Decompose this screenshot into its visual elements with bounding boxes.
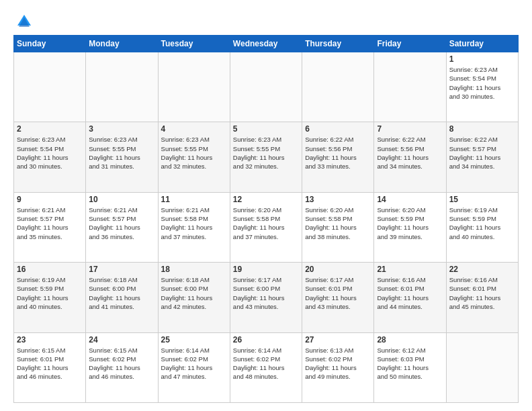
day-number: 18 [161, 265, 227, 274]
day-info: Sunrise: 6:20 AMSunset: 5:59 PMDaylight:… [377, 205, 443, 241]
day-number: 27 [305, 335, 371, 345]
calendar-cell: 14Sunrise: 6:20 AMSunset: 5:59 PMDayligh… [374, 192, 446, 262]
logo [13, 11, 34, 30]
day-info: Sunrise: 6:22 AMSunset: 5:57 PMDaylight:… [449, 135, 515, 171]
day-info: Sunrise: 6:17 AMSunset: 6:01 PMDaylight:… [305, 275, 371, 311]
calendar-cell: 26Sunrise: 6:14 AMSunset: 6:02 PMDayligh… [230, 332, 302, 402]
day-info: Sunrise: 6:23 AMSunset: 5:55 PMDaylight:… [233, 135, 299, 171]
calendar-header-saturday: Saturday [446, 36, 518, 52]
calendar-cell: 13Sunrise: 6:20 AMSunset: 5:58 PMDayligh… [302, 192, 374, 262]
day-number: 2 [17, 124, 83, 134]
day-number: 28 [377, 335, 443, 345]
day-info: Sunrise: 6:17 AMSunset: 6:00 PMDaylight:… [233, 275, 299, 311]
day-number: 23 [17, 335, 83, 345]
calendar-week-2: 9Sunrise: 6:21 AMSunset: 5:57 PMDaylight… [14, 192, 519, 262]
day-number: 24 [89, 335, 154, 345]
day-number: 13 [305, 195, 371, 204]
calendar-cell [14, 52, 86, 122]
calendar-cell: 27Sunrise: 6:13 AMSunset: 6:02 PMDayligh… [302, 332, 374, 402]
day-info: Sunrise: 6:16 AMSunset: 6:01 PMDaylight:… [377, 275, 443, 311]
calendar-header-friday: Friday [374, 36, 446, 52]
calendar-cell: 25Sunrise: 6:14 AMSunset: 6:02 PMDayligh… [158, 332, 230, 402]
day-number: 21 [377, 265, 443, 274]
calendar-cell: 1Sunrise: 6:23 AMSunset: 5:54 PMDaylight… [446, 52, 518, 122]
calendar-cell [374, 52, 446, 122]
day-number: 19 [233, 265, 299, 274]
day-info: Sunrise: 6:21 AMSunset: 5:57 PMDaylight:… [17, 205, 83, 241]
calendar-header-thursday: Thursday [302, 36, 374, 52]
day-info: Sunrise: 6:12 AMSunset: 6:03 PMDaylight:… [377, 346, 443, 381]
day-info: Sunrise: 6:13 AMSunset: 6:02 PMDaylight:… [305, 346, 371, 381]
calendar-cell: 4Sunrise: 6:23 AMSunset: 5:55 PMDaylight… [158, 122, 230, 192]
calendar-cell: 5Sunrise: 6:23 AMSunset: 5:55 PMDaylight… [230, 122, 302, 192]
header [13, 11, 519, 30]
calendar-week-1: 2Sunrise: 6:23 AMSunset: 5:54 PMDaylight… [14, 122, 519, 192]
day-info: Sunrise: 6:14 AMSunset: 6:02 PMDaylight:… [161, 346, 227, 381]
day-info: Sunrise: 6:22 AMSunset: 5:56 PMDaylight:… [377, 135, 443, 171]
day-number: 6 [305, 124, 371, 134]
day-number: 16 [17, 265, 83, 274]
day-info: Sunrise: 6:18 AMSunset: 6:00 PMDaylight:… [161, 275, 227, 311]
day-info: Sunrise: 6:14 AMSunset: 6:02 PMDaylight:… [233, 346, 299, 381]
calendar-cell: 21Sunrise: 6:16 AMSunset: 6:01 PMDayligh… [374, 263, 446, 332]
calendar-cell: 12Sunrise: 6:20 AMSunset: 5:58 PMDayligh… [230, 192, 302, 262]
day-number: 12 [233, 195, 299, 204]
calendar-header-sunday: Sunday [14, 36, 86, 52]
calendar-cell: 23Sunrise: 6:15 AMSunset: 6:01 PMDayligh… [14, 332, 86, 402]
calendar-week-3: 16Sunrise: 6:19 AMSunset: 5:59 PMDayligh… [14, 263, 519, 332]
day-number: 10 [89, 195, 154, 204]
calendar-header-monday: Monday [86, 36, 158, 52]
calendar-cell: 2Sunrise: 6:23 AMSunset: 5:54 PMDaylight… [14, 122, 86, 192]
day-info: Sunrise: 6:16 AMSunset: 6:01 PMDaylight:… [449, 275, 515, 311]
calendar-cell: 17Sunrise: 6:18 AMSunset: 6:00 PMDayligh… [86, 263, 158, 332]
calendar-cell [302, 52, 374, 122]
calendar-table: SundayMondayTuesdayWednesdayThursdayFrid… [13, 35, 519, 403]
calendar-cell [158, 52, 230, 122]
calendar-week-0: 1Sunrise: 6:23 AMSunset: 5:54 PMDaylight… [14, 52, 519, 122]
day-info: Sunrise: 6:23 AMSunset: 5:55 PMDaylight:… [161, 135, 227, 171]
day-number: 4 [161, 124, 227, 134]
day-number: 8 [449, 124, 515, 134]
calendar-cell: 22Sunrise: 6:16 AMSunset: 6:01 PMDayligh… [446, 263, 518, 332]
day-info: Sunrise: 6:15 AMSunset: 6:02 PMDaylight:… [89, 346, 154, 381]
calendar-cell: 24Sunrise: 6:15 AMSunset: 6:02 PMDayligh… [86, 332, 158, 402]
day-number: 9 [17, 195, 83, 204]
calendar-cell: 7Sunrise: 6:22 AMSunset: 5:56 PMDaylight… [374, 122, 446, 192]
calendar-cell: 20Sunrise: 6:17 AMSunset: 6:01 PMDayligh… [302, 263, 374, 332]
day-number: 1 [449, 54, 515, 64]
day-number: 20 [305, 265, 371, 274]
calendar-cell: 10Sunrise: 6:21 AMSunset: 5:57 PMDayligh… [86, 192, 158, 262]
calendar-cell [86, 52, 158, 122]
day-info: Sunrise: 6:22 AMSunset: 5:56 PMDaylight:… [305, 135, 371, 171]
calendar-header-tuesday: Tuesday [158, 36, 230, 52]
day-number: 5 [233, 124, 299, 134]
day-info: Sunrise: 6:23 AMSunset: 5:55 PMDaylight:… [89, 135, 154, 171]
day-info: Sunrise: 6:23 AMSunset: 5:54 PMDaylight:… [17, 135, 83, 171]
day-number: 14 [377, 195, 443, 204]
day-info: Sunrise: 6:15 AMSunset: 6:01 PMDaylight:… [17, 346, 83, 381]
calendar-cell: 16Sunrise: 6:19 AMSunset: 5:59 PMDayligh… [14, 263, 86, 332]
day-number: 25 [161, 335, 227, 345]
day-number: 26 [233, 335, 299, 345]
calendar-cell: 19Sunrise: 6:17 AMSunset: 6:00 PMDayligh… [230, 263, 302, 332]
day-number: 11 [161, 195, 227, 204]
calendar-header-row: SundayMondayTuesdayWednesdayThursdayFrid… [14, 36, 519, 52]
calendar-cell: 28Sunrise: 6:12 AMSunset: 6:03 PMDayligh… [374, 332, 446, 402]
day-info: Sunrise: 6:20 AMSunset: 5:58 PMDaylight:… [233, 205, 299, 241]
calendar-cell: 6Sunrise: 6:22 AMSunset: 5:56 PMDaylight… [302, 122, 374, 192]
day-info: Sunrise: 6:19 AMSunset: 5:59 PMDaylight:… [17, 275, 83, 311]
day-number: 22 [449, 265, 515, 274]
day-info: Sunrise: 6:21 AMSunset: 5:58 PMDaylight:… [161, 205, 227, 241]
day-number: 17 [89, 265, 154, 274]
day-info: Sunrise: 6:19 AMSunset: 5:59 PMDaylight:… [449, 205, 515, 241]
day-info: Sunrise: 6:21 AMSunset: 5:57 PMDaylight:… [89, 205, 154, 241]
day-info: Sunrise: 6:23 AMSunset: 5:54 PMDaylight:… [449, 65, 515, 101]
day-number: 15 [449, 195, 515, 204]
day-info: Sunrise: 6:20 AMSunset: 5:58 PMDaylight:… [305, 205, 371, 241]
calendar-header-wednesday: Wednesday [230, 36, 302, 52]
day-number: 7 [377, 124, 443, 134]
calendar-cell [446, 332, 518, 402]
calendar-cell: 11Sunrise: 6:21 AMSunset: 5:58 PMDayligh… [158, 192, 230, 262]
page: SundayMondayTuesdayWednesdayThursdayFrid… [0, 0, 532, 411]
day-number: 3 [89, 124, 154, 134]
